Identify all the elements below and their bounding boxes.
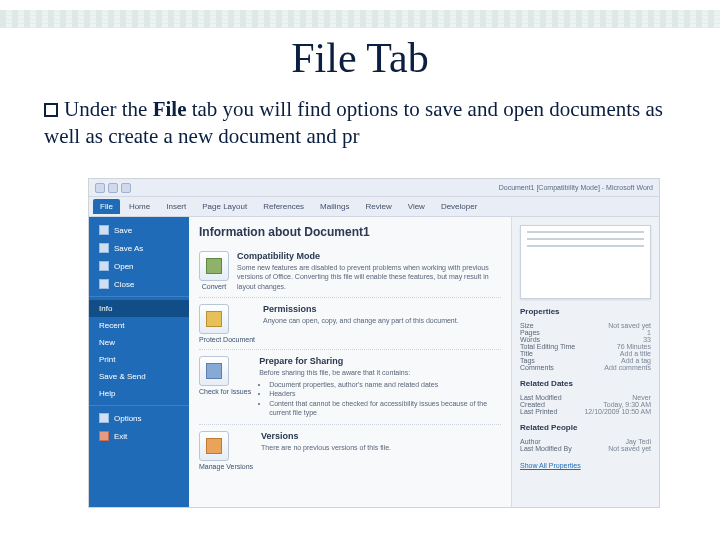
dates-list: Last ModifiedNever CreatedToday, 9:30 AM… — [520, 394, 651, 415]
sidebar-label: Open — [114, 262, 134, 271]
list-item: Headers — [269, 389, 501, 398]
section-versions: Manage Versions Versions There are no pr… — [199, 425, 501, 476]
backstage: Save Save As Open Close Info Recent New … — [89, 217, 659, 507]
sidebar-item-save-as[interactable]: Save As — [89, 239, 189, 257]
properties-list: SizeNot saved yet Pages1 Words33 Total E… — [520, 322, 651, 371]
tab-review[interactable]: Review — [358, 199, 398, 214]
sidebar-item-options[interactable]: Options — [89, 409, 189, 427]
versions-text: There are no previous versions of this f… — [261, 443, 501, 452]
prop-row: Total Editing Time76 Minutes — [520, 343, 651, 350]
prop-row: Last Printed12/10/2009 10:50 AM — [520, 408, 651, 415]
prop-row: Words33 — [520, 336, 651, 343]
document-thumbnail[interactable] — [520, 225, 651, 299]
tab-insert[interactable]: Insert — [159, 199, 193, 214]
sidebar-label: New — [99, 338, 115, 347]
button-label: Manage Versions — [199, 463, 253, 470]
tab-mailings[interactable]: Mailings — [313, 199, 356, 214]
sidebar-item-exit[interactable]: Exit — [89, 427, 189, 445]
preview-panel: Properties SizeNot saved yet Pages1 Word… — [511, 217, 659, 507]
button-label: Convert — [199, 283, 229, 290]
manage-versions-button[interactable]: Manage Versions — [199, 431, 253, 470]
sidebar-label: Exit — [114, 432, 127, 441]
prep-lead: Before sharing this file, be aware that … — [259, 368, 501, 377]
convert-icon — [206, 258, 222, 274]
properties-heading: Properties — [520, 307, 651, 316]
body-part1: Under the — [64, 97, 153, 121]
tab-view[interactable]: View — [401, 199, 432, 214]
tab-references[interactable]: References — [256, 199, 311, 214]
check-issues-button[interactable]: Check for Issues — [199, 356, 251, 417]
sidebar-item-new[interactable]: New — [89, 334, 189, 351]
prop-row: SizeNot saved yet — [520, 322, 651, 329]
bullet-icon — [44, 103, 58, 117]
related-people-heading: Related People — [520, 423, 651, 432]
perm-title: Permissions — [263, 304, 501, 314]
tab-home[interactable]: Home — [122, 199, 157, 214]
sidebar-item-info[interactable]: Info — [89, 300, 189, 317]
sidebar-spacer — [89, 445, 189, 503]
sidebar-item-help[interactable]: Help — [89, 385, 189, 402]
backstage-sidebar: Save Save As Open Close Info Recent New … — [89, 217, 189, 507]
slide: File Tab Under the File tab you will fin… — [0, 0, 720, 540]
sidebar-label: Info — [99, 304, 112, 313]
compat-title: Compatibility Mode — [237, 251, 501, 261]
save-as-icon — [99, 243, 109, 253]
options-icon — [99, 413, 109, 423]
prop-row: TagsAdd a tag — [520, 357, 651, 364]
exit-icon — [99, 431, 109, 441]
section-compatibility: Convert Compatibility Mode Some new feat… — [199, 245, 501, 298]
prop-row: CommentsAdd comments — [520, 364, 651, 371]
body-strong: File — [153, 97, 187, 121]
tab-file[interactable]: File — [93, 199, 120, 214]
backstage-main: Information about Document1 Convert Comp… — [189, 217, 511, 507]
prop-row: Pages1 — [520, 329, 651, 336]
button-label: Check for Issues — [199, 388, 251, 395]
open-icon — [99, 261, 109, 271]
prop-row: Last ModifiedNever — [520, 394, 651, 401]
section-prepare-sharing: Check for Issues Prepare for Sharing Bef… — [199, 350, 501, 424]
perm-text: Anyone can open, copy, and change any pa… — [263, 316, 501, 325]
info-heading: Information about Document1 — [199, 225, 501, 239]
sidebar-label: Print — [99, 355, 115, 364]
sidebar-label: Recent — [99, 321, 124, 330]
sidebar-item-save[interactable]: Save — [89, 221, 189, 239]
compat-text: Some new features are disabled to preven… — [237, 263, 501, 291]
tab-page-layout[interactable]: Page Layout — [195, 199, 254, 214]
qat-undo-icon[interactable] — [108, 183, 118, 193]
close-icon — [99, 279, 109, 289]
sidebar-item-save-send[interactable]: Save & Send — [89, 368, 189, 385]
prop-row: Last Modified ByNot saved yet — [520, 445, 651, 452]
slide-body: Under the File tab you will find options… — [44, 96, 676, 150]
save-icon — [99, 225, 109, 235]
sidebar-item-print[interactable]: Print — [89, 351, 189, 368]
list-item: Document properties, author's name and r… — [269, 380, 501, 389]
section-permissions: Protect Document Permissions Anyone can … — [199, 298, 501, 350]
decorative-border — [0, 10, 720, 28]
tab-developer[interactable]: Developer — [434, 199, 484, 214]
slide-title: File Tab — [0, 34, 720, 82]
sidebar-item-open[interactable]: Open — [89, 257, 189, 275]
sidebar-label: Close — [114, 280, 134, 289]
button-label: Protect Document — [199, 336, 255, 343]
word-window: Document1 [Compatibility Mode] - Microso… — [88, 178, 660, 508]
people-list: AuthorJay Tedi Last Modified ByNot saved… — [520, 438, 651, 452]
protect-document-button[interactable]: Protect Document — [199, 304, 255, 343]
sidebar-label: Save — [114, 226, 132, 235]
qat-save-icon[interactable] — [95, 183, 105, 193]
sidebar-item-recent[interactable]: Recent — [89, 317, 189, 334]
ribbon-tabs: File Home Insert Page Layout References … — [89, 197, 659, 217]
sidebar-item-close[interactable]: Close — [89, 275, 189, 293]
show-all-properties-link[interactable]: Show All Properties — [520, 462, 651, 469]
sidebar-label: Help — [99, 389, 115, 398]
prep-list: Document properties, author's name and r… — [269, 380, 501, 418]
prop-row: TitleAdd a title — [520, 350, 651, 357]
sidebar-label: Options — [114, 414, 142, 423]
sidebar-separator — [89, 405, 189, 406]
versions-icon — [206, 438, 222, 454]
related-dates-heading: Related Dates — [520, 379, 651, 388]
quick-access-toolbar: Document1 [Compatibility Mode] - Microso… — [89, 179, 659, 197]
prop-row: AuthorJay Tedi — [520, 438, 651, 445]
qat-redo-icon[interactable] — [121, 183, 131, 193]
convert-button[interactable]: Convert — [199, 251, 229, 291]
sidebar-label: Save & Send — [99, 372, 146, 381]
